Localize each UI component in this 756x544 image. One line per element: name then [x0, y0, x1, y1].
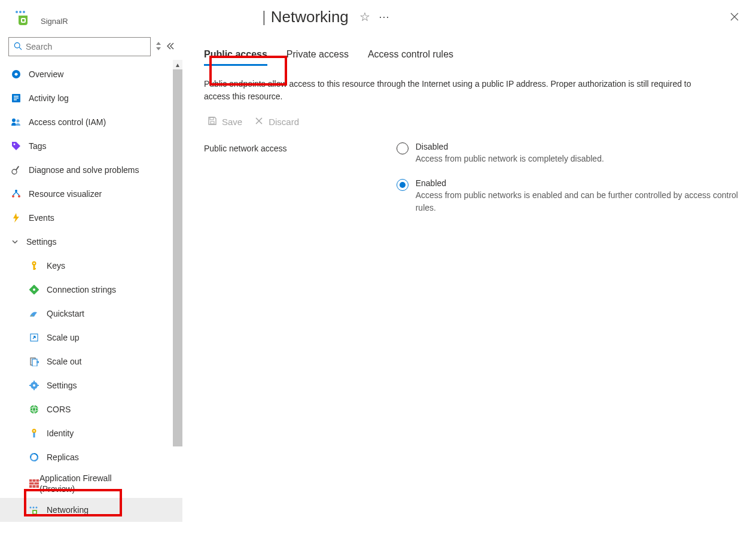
- close-icon[interactable]: [730, 11, 739, 25]
- tab-access-control-rules[interactable]: Access control rules: [368, 45, 453, 66]
- sidebar-item-label: Activity log: [29, 93, 69, 103]
- page-title-text: Networking: [271, 8, 349, 26]
- keys-icon: [29, 260, 39, 271]
- radio-option-disabled[interactable]: Disabled Access from public network is c…: [397, 142, 738, 165]
- sidebar-item-label: Events: [29, 213, 54, 223]
- sidebar-item-label: Diagnose and solve problems: [29, 165, 139, 175]
- sidebar-item-label: Identity: [47, 428, 74, 438]
- connection-strings-icon: [29, 284, 39, 295]
- sidebar-item-diagnose[interactable]: Diagnose and solve problems: [0, 158, 182, 182]
- sidebar-item-activity-log[interactable]: Activity log: [0, 86, 182, 110]
- discard-icon: [254, 116, 264, 127]
- sidebar-item-iam[interactable]: Access control (IAM): [0, 110, 182, 134]
- sidebar-item-quickstart[interactable]: Quickstart: [0, 302, 182, 326]
- sidebar-item-overview[interactable]: Overview: [0, 62, 182, 86]
- radio-option-enabled[interactable]: Enabled Access from public networks is e…: [397, 178, 738, 214]
- sidebar-item-cors[interactable]: CORS: [0, 397, 182, 421]
- sidebar-item-replicas[interactable]: Replicas: [0, 445, 182, 469]
- svg-point-38: [33, 430, 35, 432]
- svg-rect-16: [16, 166, 19, 171]
- radio-group-public-network-access: Disabled Access from public network is c…: [383, 142, 738, 214]
- sidebar-item-label: Replicas: [47, 452, 79, 462]
- sidebar-item-connection-strings[interactable]: Connection strings: [0, 278, 182, 302]
- svg-rect-51: [33, 511, 36, 513]
- save-icon: [208, 116, 217, 127]
- svg-rect-53: [211, 121, 214, 124]
- sidebar-item-events[interactable]: Events: [0, 206, 182, 230]
- diagnose-icon: [11, 165, 22, 175]
- sidebar-item-label: CORS: [47, 405, 71, 414]
- svg-point-2: [23, 11, 25, 13]
- svg-point-48: [30, 507, 32, 509]
- discard-button[interactable]: Discard: [254, 116, 299, 127]
- svg-rect-10: [14, 98, 19, 99]
- sidebar-item-label: Tags: [29, 141, 47, 151]
- radio-title: Enabled: [416, 178, 738, 188]
- scrollbar-up-arrow[interactable]: ▲: [173, 60, 182, 69]
- search-input[interactable]: [26, 42, 145, 51]
- radio-title: Disabled: [416, 142, 604, 151]
- sidebar-item-app-firewall[interactable]: Application Firewall (Preview): [0, 469, 182, 498]
- replicas-icon: [29, 452, 39, 463]
- svg-point-0: [16, 11, 18, 13]
- page-header: SignalR |Networking ☆ ⋯: [0, 0, 756, 34]
- main-content: Public access Private access Access cont…: [182, 34, 756, 544]
- radio-description: Access from public networks is enabled a…: [416, 189, 738, 214]
- sidebar-scrollbar-thumb[interactable]: [173, 69, 182, 446]
- sidebar-item-label: Keys: [47, 261, 65, 271]
- more-actions-icon[interactable]: ⋯: [379, 10, 391, 23]
- form-label-public-network-access: Public network access: [204, 142, 359, 153]
- sidebar-item-label: Overview: [29, 69, 63, 79]
- sort-icon[interactable]: [156, 42, 161, 52]
- scale-up-icon: [29, 332, 39, 343]
- tags-icon: [11, 141, 22, 151]
- svg-rect-33: [29, 385, 31, 386]
- tab-private-access[interactable]: Private access: [286, 45, 349, 66]
- search-icon: [14, 42, 22, 52]
- svg-rect-32: [33, 388, 35, 390]
- sidebar-item-scale-out[interactable]: Scale out: [0, 350, 182, 373]
- radio-icon: [397, 142, 409, 154]
- button-label: Save: [222, 117, 242, 127]
- sidebar-item-scale-up[interactable]: Scale up: [0, 326, 182, 350]
- sidebar-item-resource-visualizer[interactable]: Resource visualizer: [0, 182, 182, 206]
- sidebar-item-settings[interactable]: Settings: [0, 373, 182, 397]
- sidebar-item-label: Scale out: [47, 357, 81, 366]
- svg-rect-11: [14, 99, 17, 101]
- svg-point-13: [17, 120, 20, 123]
- resource-visualizer-icon: [11, 189, 22, 199]
- sidebar-item-label: Quickstart: [47, 309, 84, 318]
- svg-line-6: [19, 47, 22, 50]
- svg-point-18: [12, 195, 14, 197]
- iam-icon: [11, 117, 22, 127]
- sidebar-group-settings[interactable]: Settings: [0, 230, 182, 254]
- favorite-star-icon[interactable]: ☆: [359, 10, 370, 24]
- svg-point-25: [33, 288, 35, 291]
- svg-point-35: [30, 405, 38, 414]
- sidebar-item-keys[interactable]: Keys: [0, 254, 182, 278]
- svg-point-30: [33, 384, 35, 387]
- collapse-sidebar-icon[interactable]: [166, 42, 177, 52]
- sidebar-item-label: Settings: [47, 381, 77, 390]
- sidebar-item-identity[interactable]: Identity: [0, 421, 182, 445]
- svg-point-21: [33, 263, 35, 265]
- sidebar-item-tags[interactable]: Tags: [0, 134, 182, 158]
- service-icon: [12, 6, 33, 28]
- tab-public-access[interactable]: Public access: [204, 45, 267, 66]
- sidebar-item-label: Scale up: [47, 333, 79, 342]
- svg-rect-39: [33, 433, 35, 437]
- svg-rect-23: [34, 268, 36, 269]
- svg-point-1: [19, 11, 22, 13]
- svg-rect-9: [14, 96, 19, 97]
- tab-bar: Public access Private access Access cont…: [204, 42, 738, 66]
- page-title: |Networking: [262, 8, 349, 26]
- save-button[interactable]: Save: [208, 116, 242, 127]
- firewall-icon: [29, 478, 39, 489]
- scale-out-icon: [29, 356, 39, 367]
- sidebar-search[interactable]: [8, 37, 151, 56]
- sidebar-item-label: Networking: [47, 505, 89, 515]
- sidebar-item-networking[interactable]: Networking: [0, 498, 182, 522]
- svg-point-17: [15, 190, 17, 192]
- svg-point-49: [33, 507, 35, 509]
- sidebar-group-label: Settings: [26, 237, 57, 247]
